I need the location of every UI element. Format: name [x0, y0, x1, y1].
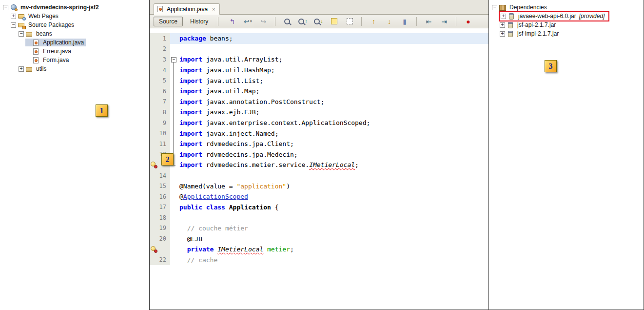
code-token [179, 246, 187, 253]
forward-icon[interactable]: ↪ [257, 16, 270, 27]
record-macro-icon[interactable]: ● [462, 16, 474, 27]
red-highlight-box: +javaee-web-api-6.0.jar [provided] [499, 11, 609, 21]
code-line-4[interactable]: 4import java.util.HashMap; [150, 65, 488, 76]
code-token: package [179, 35, 206, 42]
toolbar-separator [456, 17, 456, 26]
tree-row-application-java[interactable]: Application.java [0, 38, 149, 47]
tree-row-javaee-web-api-6-0-jar[interactable]: +javaee-web-api-6.0.jar [provided] [489, 12, 644, 21]
code-token: public [179, 204, 202, 211]
collapse-fold-icon[interactable]: − [171, 57, 176, 62]
code-line-8[interactable]: 8import javax.ejb.EJB; [150, 107, 488, 118]
magnifier-glyph [314, 19, 320, 24]
tree-row-jsf-impl-2-1-7-jar[interactable]: +jsf-impl-2.1.7.jar [489, 29, 644, 38]
tree-label: mv-rdvmedecins-spring-jsf2 [20, 3, 100, 11]
tree-row-content: Application.java [25, 39, 86, 46]
libraries-icon [499, 4, 507, 11]
expand-icon[interactable]: + [19, 66, 24, 72]
source-view-button[interactable]: Source [154, 17, 183, 26]
dependencies-panel: −Dependencies+javaee-web-api-6.0.jar [pr… [489, 0, 644, 310]
fold-margin [170, 33, 176, 44]
collapse-icon[interactable]: − [19, 31, 24, 37]
tree-label: Dependencies [508, 3, 548, 11]
code-line-6[interactable]: 6import java.util.Map; [150, 86, 488, 97]
java-class-icon [33, 57, 40, 64]
code-token [202, 204, 206, 211]
code-line-1[interactable]: 1package beans; [150, 33, 488, 44]
code-line-3[interactable]: 3−import java.util.ArrayList; [150, 54, 488, 65]
tab-close-icon[interactable]: × [212, 6, 215, 12]
code-line-5[interactable]: 5import java.util.List; [150, 75, 488, 86]
gutter-cell: 9 [150, 118, 170, 128]
tree-row-form-java[interactable]: Form.java [0, 56, 149, 64]
expand-icon[interactable]: + [11, 14, 16, 19]
error-hint-icon[interactable] [151, 246, 157, 252]
find-next-icon[interactable]: ↓ [312, 16, 325, 27]
code-line-14[interactable]: 14 [150, 170, 488, 181]
history-view-button[interactable]: History [185, 17, 214, 26]
code-token: rdvmedecins.jpa.Client; [202, 140, 294, 147]
tree-row-erreur-java[interactable]: Erreur.java [0, 47, 149, 56]
expand-icon[interactable]: + [500, 22, 505, 28]
code-text [176, 212, 488, 223]
code-token: rdvmedecins.jpa.Medecin; [202, 151, 298, 158]
find-previous-icon[interactable]: ↑ [296, 16, 309, 27]
expand-icon[interactable]: + [500, 31, 505, 37]
projects-tree: −mv-rdvmedecins-spring-jsf2+Web Pages−So… [0, 3, 149, 73]
error-hint-icon[interactable] [151, 162, 157, 168]
collapse-icon[interactable]: − [11, 22, 16, 28]
code-line-11[interactable]: 11import rdvmedecins.jpa.Client; [150, 139, 488, 149]
code-editor[interactable]: 1package beans;23−import java.util.Array… [150, 28, 488, 265]
code-fold-start[interactable]: − [170, 54, 176, 65]
code-text: import javax.enterprise.context.Applicat… [176, 118, 488, 128]
tree-row-utils[interactable]: +utils [0, 64, 149, 73]
tree-row-content: +jsf-api-2.1.7.jar [499, 21, 558, 29]
jump-last-edit-icon[interactable]: ↰ [226, 16, 238, 27]
tree-row-web-pages[interactable]: +Web Pages [0, 12, 149, 21]
code-token: { [271, 204, 279, 211]
next-bookmark-icon[interactable]: ↓ [383, 16, 395, 27]
code-line-12[interactable]: 12import rdvmedecins.jpa.Medecin; [150, 149, 488, 160]
tree-row-mv-rdvmedecins-spring-jsf2[interactable]: −mv-rdvmedecins-spring-jsf2 [0, 3, 149, 12]
code-line-16[interactable]: 16@ApplicationScoped [150, 191, 488, 202]
tree-row-content: Erreur.java [25, 47, 73, 55]
editor-tab-application-java[interactable]: Application.java × [154, 3, 220, 15]
find-selection-icon[interactable] [281, 16, 293, 27]
code-token: java.util.List; [202, 77, 263, 84]
code-line-20[interactable]: 20 @EJB [150, 233, 488, 244]
previous-bookmark-icon[interactable]: ↑ [367, 16, 380, 27]
icon-glyph: ↓ [388, 18, 391, 25]
select-rectangular-icon[interactable] [343, 16, 356, 27]
tree-row-beans[interactable]: −beans [0, 29, 149, 38]
code-token: import [179, 151, 202, 158]
code-line-2[interactable]: 2 [150, 44, 488, 55]
code-text: import java.util.ArrayList; [176, 54, 488, 65]
icon-glyph: ⇤ [426, 18, 432, 25]
code-line-10[interactable]: 10import javax.inject.Named; [150, 128, 488, 139]
toggle-bookmark-icon[interactable]: ▮ [398, 16, 411, 27]
shift-left-icon[interactable]: ⇤ [422, 16, 435, 27]
editor-toolbar: Source History ↰↩▾↪↑↓↑↓▮⇤⇥● [150, 15, 488, 28]
jar-icon [507, 21, 514, 29]
back-icon[interactable]: ↩▾ [241, 16, 254, 27]
collapse-icon[interactable]: − [492, 5, 497, 10]
code-line-15[interactable]: 15@Named(value = "application") [150, 181, 488, 191]
expand-icon[interactable]: + [501, 14, 506, 19]
code-token: javax.inject.Named; [202, 130, 279, 137]
code-line-19[interactable]: 19 // couche métier [150, 223, 488, 234]
code-line-17[interactable]: 17public class Application { [150, 202, 488, 213]
code-token: IMetierLocal [217, 246, 263, 253]
code-line-22[interactable]: 22 // cache [150, 254, 488, 265]
code-line-13[interactable]: import rdvmedecins.metier.service.IMetie… [150, 160, 488, 170]
shift-right-icon[interactable]: ⇥ [438, 16, 450, 27]
code-line-9[interactable]: 9import javax.enterprise.context.Applica… [150, 118, 488, 128]
tree-row-jsf-api-2-1-7-jar[interactable]: +jsf-api-2.1.7.jar [489, 21, 644, 29]
code-line-7[interactable]: 7import javax.annotation.PostConstruct; [150, 97, 488, 107]
toggle-highlight-icon[interactable] [328, 16, 340, 27]
gutter-cell: 17 [150, 202, 170, 213]
code-line-18[interactable]: 18 [150, 212, 488, 223]
code-line-21[interactable]: private IMetierLocal metier; [150, 244, 488, 255]
code-fold-mid [170, 107, 176, 118]
tree-row-source-packages[interactable]: −Source Packages [0, 21, 149, 29]
tree-row-content: −Source Packages [10, 21, 76, 29]
collapse-icon[interactable]: − [3, 5, 8, 10]
